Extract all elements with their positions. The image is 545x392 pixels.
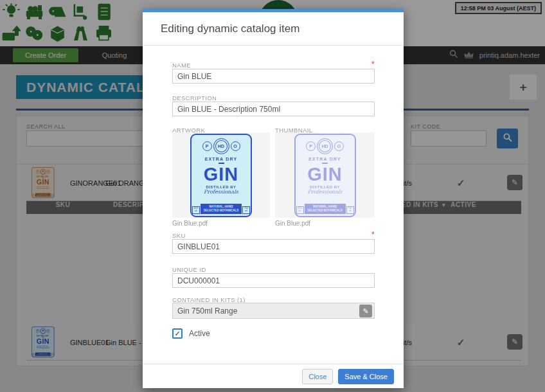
save-and-close-button[interactable]: Save & Close: [338, 369, 394, 384]
unique-id-label-row: UNIQUE ID: [172, 266, 375, 273]
active-checkbox[interactable]: ✓: [172, 328, 183, 339]
gin-medallions: P HD O: [192, 138, 251, 154]
gin-label-artwork: P HD O EXTRA DRY GIN DISTILLED BY Profes…: [190, 134, 252, 217]
description-field[interactable]: [172, 102, 375, 116]
name-field[interactable]: [172, 69, 375, 84]
close-button[interactable]: Close: [302, 369, 333, 384]
medal-left: P: [306, 141, 316, 151]
dialog-title: Editing dynamic catalog item: [143, 12, 404, 46]
gin-title-text: GIN: [192, 165, 251, 184]
gin-alc-tab: 42% alc: [296, 206, 304, 214]
gin-botanicals-band: NATURAL, HAND SELECTED BOTANICALS: [201, 204, 242, 214]
dialog-footer: Close Save & Close: [143, 364, 404, 388]
sku-label-row: SKU*: [172, 232, 375, 239]
contained-in-kits-field: Gin 750ml Range ✎: [172, 303, 375, 319]
gin-alc-tab: 42% alc: [192, 206, 200, 214]
medal-center: HD: [213, 138, 229, 154]
gin-extra-dry-text: EXTRA DRY: [296, 157, 355, 161]
gin-volume-tab: 750 ml: [242, 206, 250, 214]
description-label-row: DESCRIPTION: [172, 94, 375, 102]
medal-left: P: [202, 141, 212, 151]
gin-title-text: GIN: [296, 165, 355, 184]
app-window: 12:58 PM 03 August (AEST) Create Order Q…: [0, 0, 545, 392]
gin-extra-dry-text: EXTRA DRY: [192, 157, 251, 161]
gin-botanicals-band: NATURAL, HAND SELECTED BOTANICALS: [305, 204, 346, 214]
gin-professionals-text: Professionals: [296, 189, 355, 195]
thumbnail-filename: Gin Blue.pdf: [275, 220, 310, 227]
gin-professionals-text: Professionals: [192, 189, 251, 195]
gin-medallions: P HD O: [296, 138, 355, 154]
artwork-preview: P HD O EXTRA DRY GIN DISTILLED BY Profes…: [172, 132, 270, 218]
sku-field[interactable]: [172, 239, 375, 254]
medal-right: O: [231, 141, 240, 151]
unique-id-field[interactable]: [172, 273, 375, 288]
name-label-row: NAME*: [172, 62, 375, 69]
active-checkbox-label: Active: [189, 329, 210, 338]
gin-label-artwork: P HD O EXTRA DRY GIN DISTILLED BY Profes…: [294, 134, 356, 217]
required-asterisk: *: [371, 62, 375, 69]
required-asterisk: *: [371, 232, 375, 239]
medal-right: O: [334, 141, 344, 151]
artwork-filename: Gin Blue.pdf: [172, 220, 208, 227]
medal-center: HD: [317, 138, 333, 154]
pencil-icon: ✎: [362, 307, 368, 316]
thumbnail-preview: P HD O EXTRA DRY GIN DISTILLED BY Profes…: [275, 132, 375, 218]
gin-volume-tab: 750 ml: [346, 206, 354, 214]
edit-catalog-item-dialog: Editing dynamic catalog item NAME* DESCR…: [143, 9, 404, 388]
edit-kits-button[interactable]: ✎: [359, 305, 372, 317]
